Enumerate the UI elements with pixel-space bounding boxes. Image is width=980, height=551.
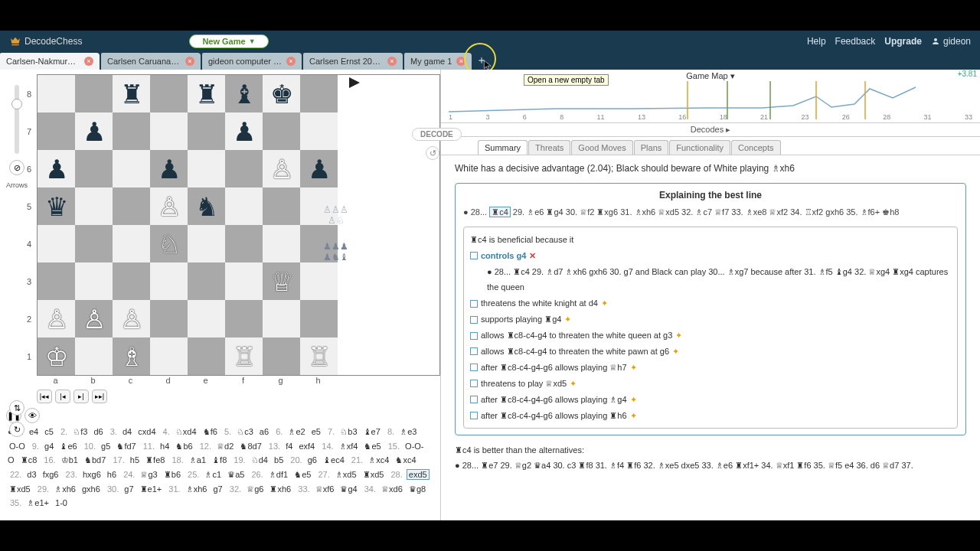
square-f6[interactable] <box>225 150 263 187</box>
close-icon[interactable]: × <box>286 57 296 66</box>
square-g8[interactable]: ♚ <box>263 75 300 112</box>
square-e1[interactable] <box>188 337 225 375</box>
nav-last[interactable]: ▸▸| <box>92 390 107 403</box>
square-e3[interactable] <box>188 262 225 300</box>
explain-bullet[interactable]: threatens to play ♕xd5 ✦ <box>470 376 951 392</box>
square-g2[interactable] <box>263 300 300 337</box>
explain-bullet[interactable]: supports playing ♜g4 ✦ <box>470 311 951 328</box>
decode-icon-1[interactable]: ↺ <box>426 146 439 160</box>
analysis-tab-plans[interactable]: Plans <box>634 140 669 155</box>
feedback-link[interactable]: Feedback <box>835 36 876 47</box>
square-d7[interactable] <box>150 112 188 150</box>
game-tab[interactable]: Carlsen Ernst 2004.01...× <box>303 53 403 70</box>
square-g1[interactable] <box>263 337 300 375</box>
square-f4[interactable] <box>225 225 263 262</box>
explain-bullet[interactable]: after ♜c8-c4-g4-g6 allows playing ♗g4 ✦ <box>470 392 951 408</box>
arrow-toggle[interactable]: ⊘ <box>9 160 24 175</box>
new-tab-button[interactable]: ＋ <box>473 54 490 67</box>
square-b1[interactable] <box>75 337 113 375</box>
square-d8[interactable] <box>150 75 188 112</box>
square-f3[interactable] <box>225 262 263 300</box>
square-a8[interactable]: 8 <box>38 75 75 112</box>
analysis-tab-functionality[interactable]: Functionality <box>669 140 730 155</box>
square-d3[interactable] <box>150 262 188 300</box>
nav-next[interactable]: ▸| <box>74 390 89 403</box>
square-h2[interactable] <box>300 300 338 337</box>
explain-bullet[interactable]: allows ♜c8-c4-g4 to threaten the white p… <box>470 344 951 360</box>
close-icon[interactable]: × <box>84 57 93 66</box>
nav-first[interactable]: |◂◂ <box>37 390 52 403</box>
arrow-slider[interactable] <box>15 85 19 154</box>
close-icon[interactable]: × <box>456 57 466 66</box>
square-b7[interactable]: ♟ <box>75 112 113 150</box>
square-b8[interactable] <box>75 75 113 112</box>
square-d6[interactable]: ♟ <box>150 150 188 187</box>
bestline-moves[interactable]: ● 28... ♜c4 29. ♗e6 ♜g4 30. ♕f2 ♜xg6 31.… <box>463 205 958 220</box>
square-f8[interactable]: ♝ <box>225 75 263 112</box>
square-g7[interactable] <box>263 112 300 150</box>
square-a5[interactable]: ♛5 <box>38 187 75 225</box>
square-f7[interactable]: ♟ <box>225 112 263 150</box>
square-b2[interactable]: ♙ <box>75 300 113 337</box>
user-menu[interactable]: gideon <box>931 36 971 47</box>
square-a7[interactable]: 7 <box>38 112 75 150</box>
new-game-button[interactable]: New Game▼ <box>189 34 268 48</box>
square-d2[interactable] <box>150 300 188 337</box>
square-b4[interactable] <box>75 225 113 262</box>
square-d5[interactable]: ♙ <box>150 187 188 225</box>
square-h8[interactable] <box>300 75 338 112</box>
square-f5[interactable] <box>225 187 263 225</box>
decode-button[interactable]: DECODE <box>412 128 462 141</box>
square-c3[interactable] <box>113 262 150 300</box>
swap-button[interactable]: ⇅ <box>9 400 24 416</box>
chess-board[interactable]: 8♜♜♝♚7♟♟♟6♟♙♟♛5♙♞4♘3♕♙2♙♙♔1♗♖♖ <box>37 74 440 376</box>
game-tab[interactable]: My game 1× <box>404 53 472 70</box>
decodes-header[interactable]: Decodes ▸ <box>441 123 980 137</box>
game-tab[interactable]: Carlsen Caruana 2018...× <box>101 53 201 70</box>
analysis-tab-good-moves[interactable]: Good Moves <box>571 140 632 155</box>
explain-bullet[interactable]: after ♜c8-c4-g4-g6 allows playing ♜h6 ✦ <box>470 408 951 424</box>
square-e4[interactable] <box>188 225 225 262</box>
square-c6[interactable] <box>113 150 150 187</box>
square-c1[interactable]: ♗ <box>113 337 150 375</box>
square-e7[interactable] <box>188 112 225 150</box>
square-a6[interactable]: ♟6 <box>38 150 75 187</box>
analysis-tab-summary[interactable]: Summary <box>478 140 528 155</box>
game-map[interactable]: Game Map ▾ +3.81 13681113161821232628313… <box>441 70 980 123</box>
explain-bullet[interactable]: after ♜c8-c4-g4-g6 allows playing ♕h7 ✦ <box>470 360 951 376</box>
nav-prev[interactable]: |◂ <box>55 390 70 403</box>
square-a1[interactable]: ♔1 <box>38 337 75 375</box>
square-h7[interactable] <box>300 112 338 150</box>
square-f1[interactable]: ♖ <box>225 337 263 375</box>
square-d1[interactable] <box>150 337 188 375</box>
square-g4[interactable] <box>263 225 300 262</box>
close-icon[interactable]: × <box>185 57 194 66</box>
explain-bullet[interactable]: allows ♜c8-c4-g4 to threaten the white q… <box>470 328 951 344</box>
game-tab[interactable]: Carlsen-Nakmura 201...× <box>0 53 100 70</box>
square-c5[interactable] <box>113 187 150 225</box>
square-c2[interactable]: ♙ <box>113 300 150 337</box>
controls-row[interactable]: controls g4✕ <box>470 248 951 264</box>
upgrade-link[interactable]: Upgrade <box>884 36 922 47</box>
square-h1[interactable]: ♖ <box>300 337 338 375</box>
explain-bullet[interactable]: threatens the white knight at d4 ✦ <box>470 295 951 311</box>
analysis-tab-concepts[interactable]: Concepts <box>731 140 780 155</box>
moves-list[interactable]: ●1. e4 c5 2. ♘f3 d6 3. d4 cxd4 4. ♘xd4 ♞… <box>6 423 437 510</box>
square-g6[interactable]: ♙ <box>263 150 300 187</box>
square-b3[interactable] <box>75 262 113 300</box>
help-link[interactable]: Help <box>807 36 826 47</box>
square-d4[interactable]: ♘ <box>150 225 188 262</box>
square-e5[interactable]: ♞ <box>188 187 225 225</box>
flip-button[interactable]: ↻ <box>9 422 24 437</box>
square-a2[interactable]: ♙2 <box>38 300 75 337</box>
square-h3[interactable] <box>300 262 338 300</box>
square-g5[interactable] <box>263 187 300 225</box>
square-a4[interactable]: 4 <box>38 225 75 262</box>
square-c7[interactable] <box>113 112 150 150</box>
square-e2[interactable] <box>188 300 225 337</box>
analysis-tab-threats[interactable]: Threats <box>528 140 570 155</box>
square-g3[interactable]: ♕ <box>263 262 300 300</box>
square-b5[interactable] <box>75 187 113 225</box>
app-logo[interactable]: DecodeChess <box>9 35 82 47</box>
square-c4[interactable] <box>113 225 150 262</box>
